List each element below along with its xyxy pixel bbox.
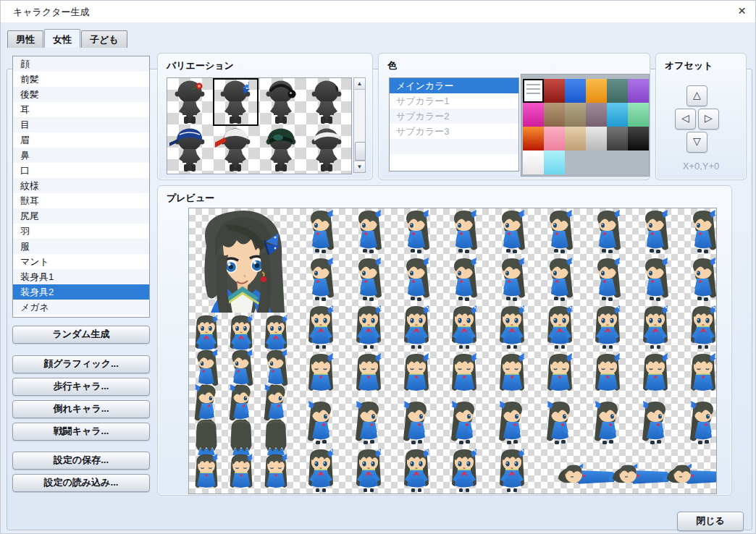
parts-list[interactable]: 顔前髪後髪耳目眉鼻口紋様獣耳尻尾羽服マント装身具1装身具2メガネ bbox=[12, 56, 150, 318]
walk-character-button[interactable]: 歩行キャラ... bbox=[12, 378, 150, 396]
color-channel-1[interactable]: サブカラー1 bbox=[390, 93, 518, 109]
preview-sprite-side bbox=[586, 209, 629, 255]
silhouette-hair-clip-icon bbox=[306, 80, 347, 124]
preview-sprite-front bbox=[299, 448, 343, 494]
palette-cell-red[interactable] bbox=[544, 79, 565, 103]
variation-item-white-red-cap[interactable] bbox=[213, 126, 259, 174]
palette-cell-mint[interactable] bbox=[628, 103, 649, 127]
load-settings-button[interactable]: 設定の読み込み... bbox=[12, 474, 150, 492]
parts-list-item[interactable]: メガネ bbox=[13, 300, 149, 315]
preview-sprite-side bbox=[634, 400, 677, 446]
parts-list-item[interactable]: 顔 bbox=[13, 56, 149, 72]
preview-sprite-side bbox=[538, 257, 581, 303]
palette-cell-purple[interactable] bbox=[628, 79, 649, 103]
preview-sprite-sleep bbox=[347, 352, 390, 399]
palette-cell-dark-gray[interactable] bbox=[607, 127, 628, 151]
parts-list-item[interactable]: 目 bbox=[13, 117, 149, 132]
preview-sprite-front bbox=[490, 448, 534, 494]
palette-cell-beige[interactable] bbox=[565, 127, 586, 151]
preview-sprite-sleep bbox=[190, 453, 222, 494]
tab-2[interactable]: 子ども bbox=[81, 30, 127, 48]
palette-cell-light-gray[interactable] bbox=[586, 127, 607, 151]
character-generator-dialog: キャラクター生成 × 男性女性子ども 顔前髪後髪耳目眉鼻口紋様獣耳尻尾羽服マント… bbox=[0, 0, 756, 534]
preview-sprite-sleep bbox=[634, 352, 677, 399]
variation-item-blue-cap[interactable] bbox=[167, 126, 213, 174]
parts-list-item[interactable]: 後髪 bbox=[13, 87, 149, 102]
save-settings-button[interactable]: 設定の保存... bbox=[12, 452, 150, 470]
scroll-up-button[interactable]: ▲ bbox=[354, 78, 365, 90]
title-bar: キャラクター生成 × bbox=[1, 1, 755, 22]
variation-item-headphones[interactable] bbox=[259, 78, 304, 126]
color-channel-0[interactable]: メインカラー bbox=[390, 78, 518, 93]
color-channel-list[interactable]: メインカラーサブカラー1サブカラー2サブカラー3 bbox=[389, 77, 519, 171]
palette-cell-no-color-default[interactable] bbox=[523, 79, 544, 103]
preview-sprite-sleep bbox=[490, 352, 534, 399]
preview-sprite-side bbox=[634, 209, 677, 255]
palette-cell-amber[interactable] bbox=[586, 79, 607, 103]
parts-list-item[interactable]: マント bbox=[13, 254, 149, 269]
parts-list-item[interactable]: 羽 bbox=[13, 224, 149, 239]
preview-sprite-front bbox=[395, 305, 438, 351]
parts-list-item[interactable]: 装身具2 bbox=[13, 284, 149, 300]
palette-cell-khaki[interactable] bbox=[565, 103, 586, 127]
preview-sprite-sleep bbox=[225, 453, 257, 494]
palette-cell-white[interactable] bbox=[523, 151, 544, 174]
parts-list-item[interactable]: 獣耳 bbox=[13, 193, 149, 208]
variation-item-hair-clip[interactable] bbox=[304, 78, 350, 126]
variation-item-white-bandana[interactable] bbox=[304, 126, 350, 174]
palette-cell-blue[interactable] bbox=[565, 79, 586, 103]
parts-list-item[interactable]: 鼻 bbox=[13, 148, 149, 163]
parts-list-item[interactable]: 耳 bbox=[13, 102, 149, 117]
palette-cell-pink[interactable] bbox=[544, 127, 565, 151]
variation-scrollbar[interactable]: ▲ ▼ bbox=[353, 77, 366, 173]
silhouette-green-helmet-icon bbox=[261, 127, 301, 172]
palette-cell-magenta[interactable] bbox=[523, 103, 544, 127]
window-close-icon[interactable]: × bbox=[738, 3, 746, 19]
tab-0[interactable]: 男性 bbox=[7, 30, 43, 48]
preview-sprite-side bbox=[347, 257, 390, 303]
preview-sprite-side bbox=[347, 400, 390, 446]
parts-list-item[interactable]: 紋様 bbox=[13, 178, 149, 193]
variation-item-green-helmet[interactable] bbox=[259, 126, 304, 174]
palette-cell-cyan[interactable] bbox=[607, 103, 628, 127]
palette-cell-mauve[interactable] bbox=[586, 103, 607, 127]
offset-right-button[interactable]: ▷ bbox=[698, 109, 719, 130]
color-channel-3[interactable]: サブカラー3 bbox=[390, 124, 518, 139]
palette-cell-black[interactable] bbox=[628, 127, 649, 151]
parts-list-item[interactable]: 装身具1 bbox=[13, 269, 149, 284]
parts-list-item[interactable]: 服 bbox=[13, 239, 149, 254]
random-generate-button[interactable]: ランダム生成 bbox=[12, 326, 150, 344]
palette-cell-teal[interactable] bbox=[607, 79, 628, 103]
palette-cell-light-cyan[interactable] bbox=[544, 151, 565, 174]
window-title: キャラクター生成 bbox=[13, 6, 90, 19]
preview-sprite-front bbox=[681, 305, 717, 351]
variation-item-blue-butterfly[interactable] bbox=[213, 78, 259, 126]
palette-cell-orange-red[interactable] bbox=[523, 127, 544, 151]
preview-sprite-front bbox=[490, 305, 534, 351]
preview-portrait bbox=[189, 208, 293, 313]
battle-character-button[interactable]: 戦闘キャラ... bbox=[12, 423, 150, 441]
silhouette-blue-cap-icon bbox=[169, 127, 210, 172]
parts-list-item[interactable]: 口 bbox=[13, 163, 149, 178]
offset-left-button[interactable]: ◁ bbox=[675, 109, 696, 130]
parts-list-item[interactable]: 眉 bbox=[13, 132, 149, 148]
preview-sprite-side bbox=[681, 400, 717, 446]
preview-sprite-sleep bbox=[586, 352, 629, 399]
scroll-down-button[interactable]: ▼ bbox=[354, 161, 365, 172]
palette-cell-tan[interactable] bbox=[544, 103, 565, 127]
offset-up-button[interactable]: △ bbox=[686, 85, 707, 106]
face-graphic-button[interactable]: 顔グラフィック... bbox=[12, 355, 150, 373]
preview-sprite-side bbox=[299, 257, 343, 303]
scrollbar-thumb[interactable] bbox=[355, 142, 366, 161]
offset-down-button[interactable]: ▽ bbox=[686, 132, 707, 153]
tab-1-active[interactable]: 女性 bbox=[44, 29, 80, 48]
color-channel-2[interactable]: サブカラー2 bbox=[390, 109, 518, 124]
parts-list-item[interactable]: 前髪 bbox=[13, 72, 149, 87]
variation-item-red-flower[interactable] bbox=[167, 78, 213, 126]
parts-list-item[interactable]: 尻尾 bbox=[13, 208, 149, 224]
silhouette-blue-butterfly-icon bbox=[215, 80, 256, 124]
downed-character-button[interactable]: 倒れキャラ... bbox=[12, 400, 150, 418]
close-button[interactable]: 閉じる bbox=[677, 512, 744, 531]
preview-sprite-front bbox=[299, 305, 343, 351]
preview-sprite-side bbox=[586, 257, 629, 303]
